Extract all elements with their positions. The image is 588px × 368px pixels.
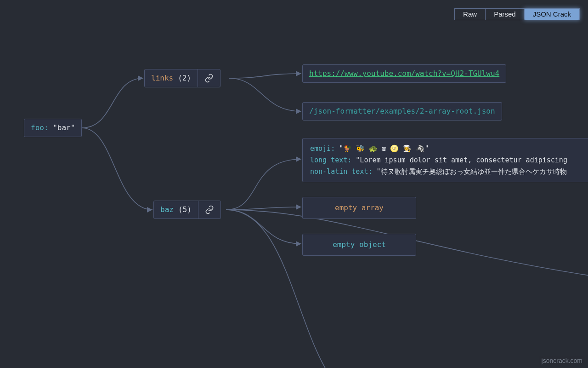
node-url[interactable]: https://www.youtube.com/watch?v=QH2-TGUl… [302,64,506,83]
view-tabs: Raw Parsed JSON Crack [454,8,580,20]
tab-parsed[interactable]: Parsed [486,9,525,20]
longtext-value: "Lorem ipsum dolor sit amet, consectetur… [356,156,567,164]
baz-count: (5) [178,205,192,215]
link-icon [205,205,214,214]
svg-marker-6 [296,241,301,247]
emoji-key: emoji: [310,144,335,153]
tab-raw[interactable]: Raw [455,9,486,20]
root-value: "bar" [53,123,75,132]
longtext-key: long text: [310,156,351,164]
node-object[interactable]: emoji: "🐓 🐝 🐢 ☎ 🌝 🧑‍🍳 🦓" long text: "Lor… [302,138,588,182]
links-label: links [151,73,173,83]
svg-marker-2 [296,71,301,76]
svg-marker-5 [296,204,301,210]
node-empty-array[interactable]: empty array [302,197,416,219]
watermark: jsoncrack.com [539,356,585,365]
root-key: foo: [31,123,49,132]
tab-json-crack[interactable]: JSON Crack [525,9,579,20]
node-links[interactable]: links (2) [144,69,220,87]
path-text: /json-formatter/examples/2-array-root.js… [309,107,495,115]
svg-marker-3 [296,109,301,114]
nonlatin-key: non-latin text: [310,167,372,176]
emoji-value: "🐓 🐝 🐢 ☎ 🌝 🧑‍🍳 🦓" [339,144,429,153]
svg-marker-4 [296,156,301,162]
node-root[interactable]: foo: "bar" [24,119,82,137]
youtube-link[interactable]: https://www.youtube.com/watch?v=QH2-TGUl… [309,69,499,78]
empty-object-text: empty object [333,240,386,249]
node-baz[interactable]: baz (5) [153,201,221,219]
link-icon [204,74,214,83]
links-count: (2) [178,73,191,83]
node-empty-object[interactable]: empty object [302,234,416,256]
svg-marker-1 [147,207,153,213]
baz-label: baz [160,205,174,215]
expand-baz-button[interactable] [198,201,220,218]
empty-array-text: empty array [335,203,384,212]
node-path[interactable]: /json-formatter/examples/2-array-root.js… [302,102,502,121]
svg-marker-0 [138,75,143,81]
nonlatin-value: "待ヌ歌討属実チ拠総ぼおっ女結ゆ並一件た県合ヘケカサ時物 [377,167,567,176]
expand-links-button[interactable] [198,69,220,87]
graph-edges [0,0,588,368]
